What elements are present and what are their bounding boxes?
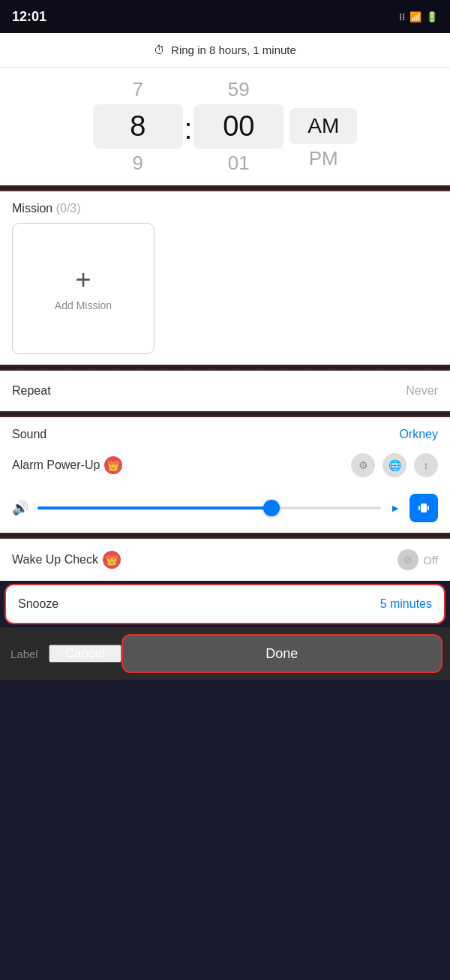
wakeup-right: ⊘ Off: [398, 549, 438, 570]
powerup-icon-2[interactable]: 🌐: [382, 453, 406, 477]
snooze-value: 5 minutes: [380, 597, 432, 611]
divider-2: [0, 365, 450, 371]
slider-thumb[interactable]: [263, 500, 280, 516]
ampm-column[interactable]: AM PM: [290, 80, 357, 173]
divider-3: [0, 411, 450, 417]
vibrate-button[interactable]: [410, 494, 438, 522]
mission-title: Mission (0/3): [12, 202, 438, 215]
wakeup-check-row[interactable]: Wake Up Check 👑 ⊘ Off: [0, 539, 450, 581]
wifi-icon: 📶: [410, 11, 422, 23]
done-button[interactable]: Done: [122, 634, 442, 673]
add-mission-label: Add Mission: [55, 299, 112, 311]
time-separator: :: [183, 113, 194, 146]
add-mission-plus-icon: +: [75, 266, 91, 293]
volume-icon: 🔊: [12, 500, 28, 516]
divider-4: [0, 533, 450, 539]
svg-rect-1: [418, 506, 420, 510]
minute-above: 59: [228, 75, 250, 104]
sound-label: Sound: [12, 428, 46, 441]
add-mission-button[interactable]: + Add Mission: [12, 223, 154, 354]
signal-icon: ⁞⁞: [399, 11, 405, 23]
repeat-row[interactable]: Repeat Never: [0, 371, 450, 411]
ring-notice: ⏱ Ring in 8 hours, 1 minute: [0, 33, 450, 68]
play-button[interactable]: ►: [390, 502, 400, 514]
pm-option[interactable]: PM: [290, 144, 357, 173]
repeat-value: Never: [406, 384, 438, 398]
divider-1: [0, 185, 450, 191]
mission-section: Mission (0/3) + Add Mission: [0, 191, 450, 365]
wakeup-label: Wake Up Check: [12, 553, 98, 567]
alarm-powerup-crown-icon: 👑: [104, 456, 122, 474]
wakeup-value: Off: [423, 554, 438, 567]
powerup-icon-3[interactable]: ↕: [414, 453, 438, 477]
minute-column[interactable]: 59 00 01: [194, 75, 284, 178]
sound-section: Sound Orkney Alarm Power-Up 👑 ⚙ 🌐 ↕ 🔊 ►: [0, 417, 450, 533]
am-option[interactable]: AM: [290, 108, 357, 144]
hour-current[interactable]: 8: [93, 104, 183, 149]
alarm-powerup-row[interactable]: Alarm Power-Up 👑 ⚙ 🌐 ↕: [12, 446, 438, 485]
svg-rect-2: [428, 506, 429, 510]
hour-below: 9: [132, 149, 142, 178]
status-time: 12:01: [12, 9, 46, 25]
mission-count: (0/3): [56, 202, 81, 215]
alarm-powerup-label: Alarm Power-Up: [12, 458, 100, 472]
volume-slider[interactable]: [38, 507, 381, 510]
sound-row[interactable]: Sound Orkney: [12, 428, 438, 446]
sound-value: Orkney: [399, 428, 438, 441]
battery-icon: 🔋: [426, 11, 438, 23]
volume-row[interactable]: 🔊 ►: [12, 485, 438, 533]
ring-icon: ⏱: [154, 44, 165, 56]
slider-fill: [38, 507, 272, 510]
minute-below: 01: [228, 149, 250, 178]
powerup-icon-1[interactable]: ⚙: [351, 453, 375, 477]
snooze-row[interactable]: Snooze 5 minutes: [4, 584, 446, 624]
powerup-icons: ⚙ 🌐 ↕: [351, 453, 438, 477]
minute-current[interactable]: 00: [194, 104, 284, 149]
status-icons: ⁞⁞ 📶 🔋: [399, 11, 438, 23]
cancel-button[interactable]: Cancel: [49, 645, 122, 663]
wakeup-crown-icon: 👑: [103, 551, 121, 569]
ring-text: Ring in 8 hours, 1 minute: [171, 44, 296, 56]
snooze-label: Snooze: [18, 597, 58, 611]
repeat-label: Repeat: [12, 384, 51, 398]
wakeup-left: Wake Up Check 👑: [12, 551, 121, 569]
time-picker[interactable]: 7 8 9 : 59 00 01 AM PM: [0, 68, 450, 185]
hour-column[interactable]: 7 8 9: [93, 75, 183, 178]
alarm-powerup-left: Alarm Power-Up 👑: [12, 456, 122, 474]
svg-rect-0: [421, 504, 427, 513]
status-bar: 12:01 ⁞⁞ 📶 🔋: [0, 0, 450, 33]
wakeup-status-icon: ⊘: [398, 549, 418, 570]
hour-above: 7: [132, 75, 142, 104]
bottom-bar: Label Cancel Done: [0, 627, 450, 680]
bottom-label-text: Label: [0, 648, 49, 660]
